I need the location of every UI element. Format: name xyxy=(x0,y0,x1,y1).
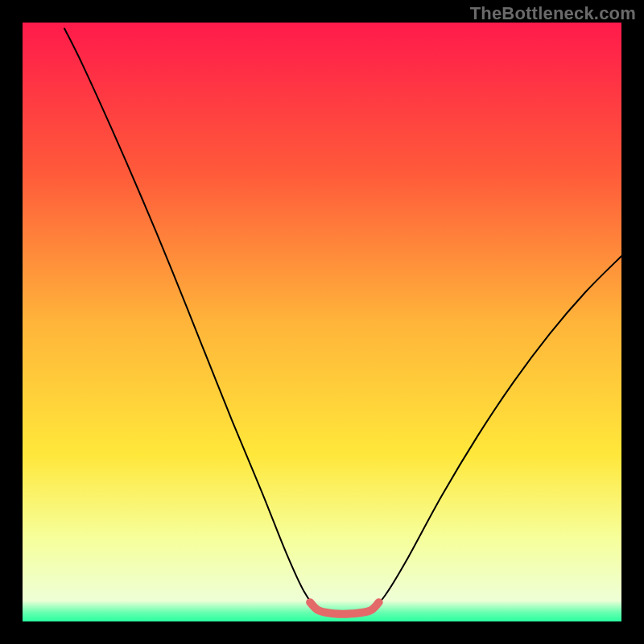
watermark-label: TheBottleneck.com xyxy=(470,3,636,24)
chart-frame: TheBottleneck.com xyxy=(0,0,644,644)
chart-svg xyxy=(23,23,621,621)
chart-background xyxy=(23,23,621,621)
chart-plot-area xyxy=(23,23,621,621)
